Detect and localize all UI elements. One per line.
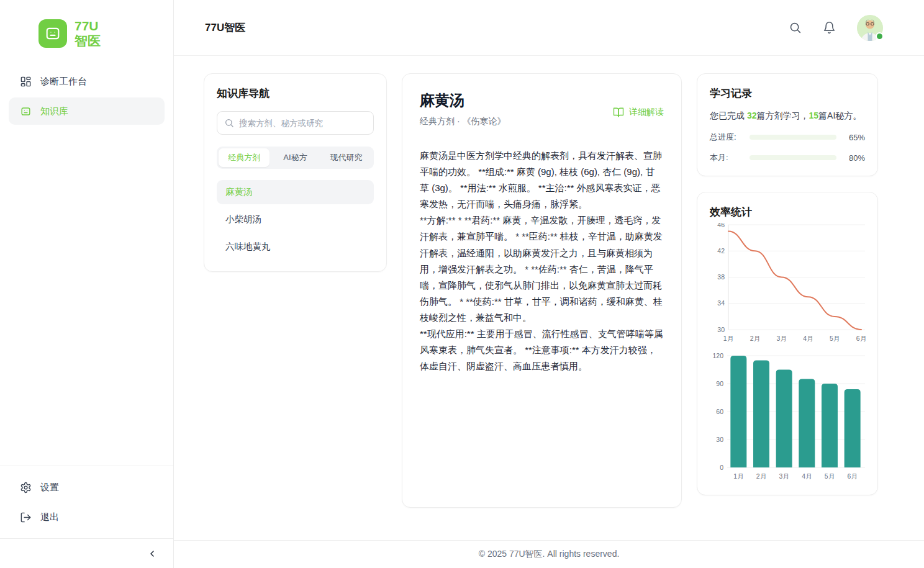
page-footer: © 2025 77U智医. All rights reserved.	[174, 540, 924, 568]
knowledge-nav-title: 知识库导航	[217, 86, 374, 101]
line-chart: 30343842461月2月3月4月5月6月	[710, 223, 865, 347]
tab-modern-research[interactable]: 现代研究	[321, 148, 372, 167]
sidebar-collapse-row	[0, 538, 173, 568]
progress-label: 总进度:	[710, 132, 743, 143]
search-input-icon	[224, 118, 234, 128]
content-area: 知识库导航 经典方剂 AI秘方 现代研究 麻黄汤	[174, 56, 924, 540]
svg-text:4月: 4月	[802, 472, 812, 480]
top-header: 77U智医	[174, 0, 924, 56]
kb-list: 麻黄汤 小柴胡汤 六味地黄丸	[217, 180, 374, 259]
article-paragraph: **方解:** * **君药:** 麻黄，辛温发散，开腠理，透毛窍，发汗解表，兼…	[420, 212, 664, 326]
svg-text:30: 30	[716, 436, 723, 443]
header-actions	[789, 15, 883, 41]
article-paragraph: **现代应用:** 主要用于感冒、流行性感冒、支气管哮喘等属风寒束表，肺气失宣者…	[420, 326, 664, 374]
sidebar-nav: 诊断工作台 知识库	[0, 59, 173, 125]
open-book-icon	[613, 107, 624, 118]
article-subtitle: 经典方剂 · 《伤寒论》	[420, 116, 505, 127]
collapse-sidebar-button[interactable]	[147, 549, 157, 559]
tab-ai-formulas[interactable]: AI秘方	[270, 148, 320, 167]
svg-text:90: 90	[716, 380, 723, 387]
kb-search-box	[217, 111, 374, 135]
svg-text:120: 120	[712, 353, 723, 359]
svg-text:6月: 6月	[847, 472, 857, 480]
svg-text:3月: 3月	[776, 335, 786, 342]
progress-value: 80%	[843, 153, 865, 163]
sidebar-item-label: 退出	[40, 512, 59, 523]
progress-row-month: 本月: 80%	[710, 152, 865, 163]
kb-search-input[interactable]	[239, 119, 366, 128]
article-paragraph: 麻黄汤是中医方剂学中经典的解表剂，具有发汗解表、宣肺平喘的功效。 **组成:**…	[420, 148, 664, 212]
copyright-text: © 2025 77U智医. All rights reserved.	[479, 549, 620, 560]
ai-formula-count: 15	[808, 110, 818, 120]
svg-text:42: 42	[717, 247, 725, 255]
svg-text:1月: 1月	[733, 472, 743, 480]
article-header: 麻黄汤 经典方剂 · 《伤寒论》 详细解读	[420, 91, 664, 127]
svg-text:30: 30	[717, 326, 725, 333]
sidebar-item-label: 诊断工作台	[40, 76, 87, 88]
bar-chart: 03060901201月2月3月4月5月6月	[710, 353, 865, 486]
article-title: 麻黄汤	[420, 91, 505, 110]
svg-text:2月: 2月	[750, 335, 760, 342]
svg-text:0: 0	[720, 464, 723, 471]
list-item-xiaochaihutang[interactable]: 小柴胡汤	[217, 207, 374, 232]
search-icon[interactable]	[789, 21, 802, 34]
study-record-title: 学习记录	[710, 86, 865, 101]
brand-logo: 77U 智医	[0, 0, 173, 59]
kb-tabs: 经典方剂 AI秘方 现代研究	[217, 147, 374, 169]
app-root: 77U 智医 诊断工作台	[0, 0, 924, 568]
progress-bar-month	[750, 155, 836, 160]
book-icon	[20, 106, 32, 117]
dashboard-icon	[20, 76, 32, 88]
svg-text:2月: 2月	[756, 472, 766, 480]
tab-classic-formulas[interactable]: 经典方剂	[219, 148, 270, 167]
svg-text:1月: 1月	[723, 335, 733, 342]
svg-text:5月: 5月	[830, 335, 840, 342]
right-column: 学习记录 您已完成 32篇方剂学习，15篇AI秘方。 总进度: 65% 本月: …	[697, 73, 878, 495]
svg-text:6月: 6月	[856, 335, 866, 342]
article-body: 麻黄汤是中医方剂学中经典的解表剂，具有发汗解表、宣肺平喘的功效。 **组成:**…	[420, 148, 664, 374]
sidebar-item-knowledge-base[interactable]: 知识库	[9, 97, 165, 125]
sidebar: 77U 智医 诊断工作台	[0, 0, 174, 568]
page-title: 77U智医	[205, 20, 245, 35]
user-avatar[interactable]	[857, 15, 883, 41]
svg-text:38: 38	[717, 273, 725, 281]
progress-row-total: 总进度: 65%	[710, 132, 865, 143]
svg-text:4月: 4月	[803, 335, 813, 342]
detail-interpretation-label: 详细解读	[629, 107, 664, 118]
progress-label: 本月:	[710, 152, 743, 163]
progress-value: 65%	[843, 133, 865, 142]
svg-text:3月: 3月	[779, 472, 789, 480]
sidebar-item-logout[interactable]: 退出	[9, 503, 165, 531]
app-logo-icon	[38, 19, 67, 48]
bell-icon[interactable]	[823, 21, 836, 34]
svg-text:34: 34	[717, 299, 725, 307]
gear-icon	[20, 482, 32, 494]
svg-text:46: 46	[717, 223, 725, 228]
sidebar-bottom: 设置 退出	[0, 466, 173, 538]
online-status-dot	[876, 32, 884, 40]
progress-bar-total	[750, 135, 836, 140]
main-column: 77U智医	[174, 0, 924, 568]
formula-count: 32	[747, 110, 757, 120]
svg-text:60: 60	[716, 408, 723, 415]
logout-icon	[20, 512, 32, 523]
knowledge-nav-panel: 知识库导航 经典方剂 AI秘方 现代研究 麻黄汤	[204, 73, 387, 272]
brand-name: 77U 智医	[75, 19, 101, 48]
sidebar-item-label: 设置	[40, 482, 59, 494]
svg-text:5月: 5月	[825, 472, 835, 480]
sidebar-item-workbench[interactable]: 诊断工作台	[9, 68, 165, 95]
study-summary: 您已完成 32篇方剂学习，15篇AI秘方。	[710, 109, 865, 122]
efficiency-stats-card: 效率统计 30343842461月2月3月4月5月6月 03060901201月…	[697, 192, 878, 495]
efficiency-stats-title: 效率统计	[710, 205, 865, 219]
article-panel: 麻黄汤 经典方剂 · 《伤寒论》 详细解读 麻黄汤	[402, 73, 682, 508]
detail-interpretation-button[interactable]: 详细解读	[613, 107, 664, 118]
study-record-card: 学习记录 您已完成 32篇方剂学习，15篇AI秘方。 总进度: 65% 本月: …	[697, 73, 878, 176]
sidebar-item-label: 知识库	[40, 106, 68, 117]
sidebar-item-settings[interactable]: 设置	[9, 474, 165, 501]
list-item-liuweidihuangwan[interactable]: 六味地黄丸	[217, 235, 374, 259]
list-item-mahuangtang[interactable]: 麻黄汤	[217, 180, 374, 204]
